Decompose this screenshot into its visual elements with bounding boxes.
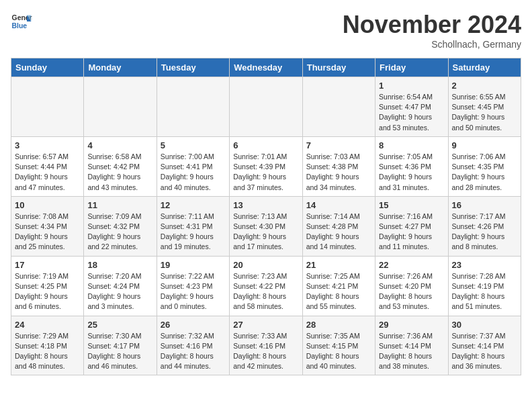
calendar-cell: 11Sunrise: 7:09 AM Sunset: 4:32 PM Dayli…	[84, 196, 157, 256]
day-detail: Sunrise: 7:26 AM Sunset: 4:20 PM Dayligh…	[379, 271, 444, 312]
day-number: 22	[379, 260, 444, 270]
month-title: November 2024	[343, 11, 521, 39]
day-detail: Sunrise: 7:17 AM Sunset: 4:26 PM Dayligh…	[452, 212, 517, 253]
day-number: 29	[379, 320, 444, 330]
day-detail: Sunrise: 7:32 AM Sunset: 4:16 PM Dayligh…	[161, 331, 226, 372]
calendar-cell	[84, 77, 157, 137]
day-detail: Sunrise: 7:16 AM Sunset: 4:27 PM Dayligh…	[379, 212, 444, 253]
title-block: November 2024 Schollnach, Germany	[343, 11, 521, 50]
day-detail: Sunrise: 7:14 AM Sunset: 4:28 PM Dayligh…	[306, 212, 371, 253]
calendar-cell	[11, 77, 84, 137]
calendar-cell: 27Sunrise: 7:33 AM Sunset: 4:16 PM Dayli…	[230, 316, 302, 375]
day-detail: Sunrise: 7:35 AM Sunset: 4:15 PM Dayligh…	[306, 331, 371, 372]
week-row-3: 10Sunrise: 7:08 AM Sunset: 4:34 PM Dayli…	[11, 196, 521, 256]
header-monday: Monday	[84, 58, 157, 77]
day-number: 25	[87, 320, 152, 330]
day-number: 30	[452, 320, 517, 330]
day-number: 5	[161, 140, 226, 150]
day-detail: Sunrise: 7:22 AM Sunset: 4:23 PM Dayligh…	[161, 271, 226, 312]
day-number: 15	[379, 200, 444, 210]
calendar-cell: 21Sunrise: 7:25 AM Sunset: 4:21 PM Dayli…	[302, 256, 375, 316]
calendar-cell: 17Sunrise: 7:19 AM Sunset: 4:25 PM Dayli…	[11, 256, 84, 316]
day-detail: Sunrise: 7:19 AM Sunset: 4:25 PM Dayligh…	[15, 271, 80, 312]
day-detail: Sunrise: 7:03 AM Sunset: 4:38 PM Dayligh…	[306, 152, 371, 193]
svg-text:Blue: Blue	[12, 22, 28, 30]
day-number: 27	[233, 320, 298, 330]
day-detail: Sunrise: 7:33 AM Sunset: 4:16 PM Dayligh…	[233, 331, 298, 372]
header-thursday: Thursday	[302, 58, 375, 77]
day-number: 11	[87, 200, 152, 210]
header-friday: Friday	[375, 58, 448, 77]
day-detail: Sunrise: 7:00 AM Sunset: 4:41 PM Dayligh…	[161, 152, 226, 193]
header-saturday: Saturday	[448, 58, 521, 77]
calendar-cell: 19Sunrise: 7:22 AM Sunset: 4:23 PM Dayli…	[157, 256, 229, 316]
calendar-cell: 24Sunrise: 7:29 AM Sunset: 4:18 PM Dayli…	[11, 316, 84, 375]
calendar-cell: 16Sunrise: 7:17 AM Sunset: 4:26 PM Dayli…	[448, 196, 521, 256]
calendar-cell: 10Sunrise: 7:08 AM Sunset: 4:34 PM Dayli…	[11, 196, 84, 256]
week-row-2: 3Sunrise: 6:57 AM Sunset: 4:44 PM Daylig…	[11, 136, 521, 196]
day-number: 2	[452, 81, 517, 91]
day-number: 8	[379, 140, 444, 150]
day-detail: Sunrise: 7:01 AM Sunset: 4:39 PM Dayligh…	[233, 152, 298, 193]
calendar-cell	[230, 77, 302, 137]
day-number: 26	[161, 320, 226, 330]
day-detail: Sunrise: 6:55 AM Sunset: 4:45 PM Dayligh…	[452, 92, 517, 133]
logo-icon: General Blue	[11, 11, 32, 32]
day-number: 20	[233, 260, 298, 270]
day-number: 1	[379, 81, 444, 91]
calendar-cell: 8Sunrise: 7:05 AM Sunset: 4:36 PM Daylig…	[375, 136, 448, 196]
week-row-4: 17Sunrise: 7:19 AM Sunset: 4:25 PM Dayli…	[11, 256, 521, 316]
day-number: 13	[233, 200, 298, 210]
day-detail: Sunrise: 7:20 AM Sunset: 4:24 PM Dayligh…	[87, 271, 152, 312]
calendar-cell: 23Sunrise: 7:28 AM Sunset: 4:19 PM Dayli…	[448, 256, 521, 316]
calendar-cell	[302, 77, 375, 137]
calendar-cell: 28Sunrise: 7:35 AM Sunset: 4:15 PM Dayli…	[302, 316, 375, 375]
day-number: 10	[15, 200, 80, 210]
calendar-cell: 26Sunrise: 7:32 AM Sunset: 4:16 PM Dayli…	[157, 316, 229, 375]
day-number: 12	[161, 200, 226, 210]
calendar-cell: 15Sunrise: 7:16 AM Sunset: 4:27 PM Dayli…	[375, 196, 448, 256]
calendar-cell: 9Sunrise: 7:06 AM Sunset: 4:35 PM Daylig…	[448, 136, 521, 196]
page-header: General Blue November 2024 Schollnach, G…	[11, 11, 521, 50]
header-sunday: Sunday	[11, 58, 84, 77]
day-number: 6	[233, 140, 298, 150]
day-number: 7	[306, 140, 371, 150]
week-row-5: 24Sunrise: 7:29 AM Sunset: 4:18 PM Dayli…	[11, 316, 521, 375]
day-detail: Sunrise: 6:57 AM Sunset: 4:44 PM Dayligh…	[15, 152, 80, 193]
day-number: 24	[15, 320, 80, 330]
day-number: 16	[452, 200, 517, 210]
day-detail: Sunrise: 7:23 AM Sunset: 4:22 PM Dayligh…	[233, 271, 298, 312]
calendar-cell: 22Sunrise: 7:26 AM Sunset: 4:20 PM Dayli…	[375, 256, 448, 316]
calendar-cell: 13Sunrise: 7:13 AM Sunset: 4:30 PM Dayli…	[230, 196, 302, 256]
day-detail: Sunrise: 7:11 AM Sunset: 4:31 PM Dayligh…	[161, 212, 226, 253]
day-number: 28	[306, 320, 371, 330]
calendar-cell: 25Sunrise: 7:30 AM Sunset: 4:17 PM Dayli…	[84, 316, 157, 375]
calendar-cell: 5Sunrise: 7:00 AM Sunset: 4:41 PM Daylig…	[157, 136, 229, 196]
calendar-cell: 12Sunrise: 7:11 AM Sunset: 4:31 PM Dayli…	[157, 196, 229, 256]
day-number: 21	[306, 260, 371, 270]
calendar-cell: 2Sunrise: 6:55 AM Sunset: 4:45 PM Daylig…	[448, 77, 521, 137]
location: Schollnach, Germany	[343, 39, 521, 50]
day-number: 14	[306, 200, 371, 210]
day-number: 9	[452, 140, 517, 150]
day-detail: Sunrise: 7:06 AM Sunset: 4:35 PM Dayligh…	[452, 152, 517, 193]
calendar-cell: 3Sunrise: 6:57 AM Sunset: 4:44 PM Daylig…	[11, 136, 84, 196]
day-detail: Sunrise: 7:09 AM Sunset: 4:32 PM Dayligh…	[87, 212, 152, 253]
calendar-cell: 1Sunrise: 6:54 AM Sunset: 4:47 PM Daylig…	[375, 77, 448, 137]
calendar-cell: 20Sunrise: 7:23 AM Sunset: 4:22 PM Dayli…	[230, 256, 302, 316]
day-detail: Sunrise: 7:08 AM Sunset: 4:34 PM Dayligh…	[15, 212, 80, 253]
day-detail: Sunrise: 6:58 AM Sunset: 4:42 PM Dayligh…	[87, 152, 152, 193]
day-detail: Sunrise: 7:29 AM Sunset: 4:18 PM Dayligh…	[15, 331, 80, 372]
day-number: 4	[87, 140, 152, 150]
week-row-1: 1Sunrise: 6:54 AM Sunset: 4:47 PM Daylig…	[11, 77, 521, 137]
logo: General Blue	[11, 11, 32, 32]
day-detail: Sunrise: 6:54 AM Sunset: 4:47 PM Dayligh…	[379, 92, 444, 133]
day-number: 19	[161, 260, 226, 270]
calendar-cell: 30Sunrise: 7:37 AM Sunset: 4:14 PM Dayli…	[448, 316, 521, 375]
day-detail: Sunrise: 7:28 AM Sunset: 4:19 PM Dayligh…	[452, 271, 517, 312]
day-detail: Sunrise: 7:37 AM Sunset: 4:14 PM Dayligh…	[452, 331, 517, 372]
day-number: 17	[15, 260, 80, 270]
day-detail: Sunrise: 7:05 AM Sunset: 4:36 PM Dayligh…	[379, 152, 444, 193]
day-number: 3	[15, 140, 80, 150]
calendar-cell: 4Sunrise: 6:58 AM Sunset: 4:42 PM Daylig…	[84, 136, 157, 196]
